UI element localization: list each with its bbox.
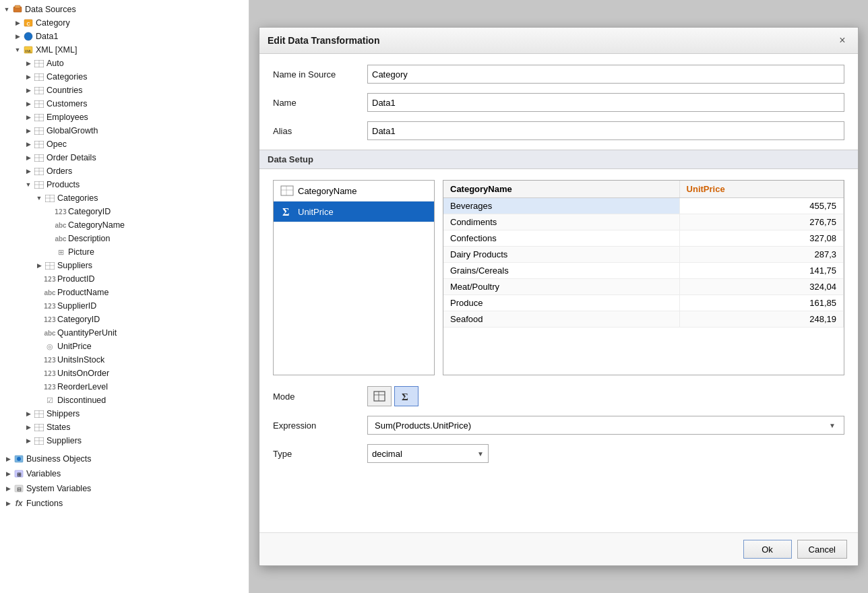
tree-label-description-field: Description xyxy=(68,234,111,243)
tree-item-shippers[interactable]: ▶ Shippers xyxy=(0,407,249,420)
table-row[interactable]: Meat/Poultry324,04 xyxy=(443,279,844,295)
expression-row: Expression ▼ xyxy=(273,416,844,435)
table-row[interactable]: Condiments276,75 xyxy=(443,214,844,230)
tree-item-data1[interactable]: ▶ Data1 xyxy=(0,30,249,43)
tree-item-categoryid[interactable]: ▶ 123 CategoryID xyxy=(0,205,249,218)
expand-orders[interactable]: ▶ xyxy=(23,166,34,177)
expand-auto[interactable]: ▶ xyxy=(23,58,34,69)
tree-item-picture-field[interactable]: ▶ ⊞ Picture xyxy=(0,245,249,259)
tree-item-discontinued[interactable]: ▶ ☑ Discontinued xyxy=(0,394,249,407)
tree-item-productid[interactable]: ▶ 123 ProductID xyxy=(0,272,249,286)
alias-input[interactable] xyxy=(367,121,844,140)
tree-item-unitsonorder[interactable]: ▶ 123 UnitsOnOrder xyxy=(0,367,249,380)
tree-item-reorderlevel[interactable]: ▶ 123 ReorderLevel xyxy=(0,380,249,394)
expression-dropdown-button[interactable]: ▼ xyxy=(825,416,840,434)
name-label: Name xyxy=(273,98,367,108)
name-in-source-label: Name in Source xyxy=(273,69,367,80)
tree-item-description-field[interactable]: ▶ abc Description xyxy=(0,232,249,245)
tree-item-categories-sub[interactable]: ▼ Categories xyxy=(0,191,249,205)
expand-employees[interactable]: ▶ xyxy=(23,112,34,123)
tree-item-opec[interactable]: ▶ Opec xyxy=(0,137,249,151)
data-setup-section-header: Data Setup xyxy=(259,150,858,169)
expand-customers[interactable]: ▶ xyxy=(23,98,34,109)
tree-item-xml[interactable]: ▼ XML XML [XML] xyxy=(0,43,249,57)
table-row[interactable]: Produce161,85 xyxy=(443,295,844,311)
dialog-close-button[interactable]: × xyxy=(835,33,850,48)
functions-icon: fx xyxy=(13,498,24,509)
tree-item-quantityperunit[interactable]: ▶ abc QuantityPerUnit xyxy=(0,326,249,340)
expand-order-details[interactable]: ▶ xyxy=(23,152,34,163)
tree-item-unitprice-field[interactable]: ▶ ◎ UnitPrice xyxy=(0,340,249,353)
tree-item-order-details[interactable]: ▶ Order Details xyxy=(0,151,249,164)
table-row[interactable]: Grains/Cereals141,75 xyxy=(443,263,844,279)
tree-item-variables[interactable]: ▶ ⊞ Variables xyxy=(0,466,249,481)
cell-categoryname: Beverages xyxy=(443,198,679,214)
expand-data-sources[interactable]: ▼ xyxy=(1,4,12,15)
system-variables-icon: ⊟ xyxy=(13,483,24,494)
tree-item-auto[interactable]: ▶ Auto xyxy=(0,57,249,70)
tree-item-customers[interactable]: ▶ Customers xyxy=(0,97,249,111)
states-table-icon xyxy=(34,422,44,433)
expand-data1[interactable]: ▶ xyxy=(12,31,23,42)
tree-label-unitsonorder: UnitsOnOrder xyxy=(57,369,109,378)
tree-item-business-objects[interactable]: ▶ Business Objects xyxy=(0,451,249,466)
dialog-title: Edit Data Transformation xyxy=(268,35,379,46)
field-item-unitprice[interactable]: Σ UnitPrice xyxy=(274,201,434,222)
expand-categories[interactable]: ▶ xyxy=(23,71,34,82)
tree-item-suppliers-sub[interactable]: ▶ Suppliers xyxy=(0,259,249,272)
expression-input[interactable] xyxy=(372,420,825,431)
name-input[interactable] xyxy=(367,93,844,112)
tree-item-category[interactable]: ▶ C Category xyxy=(0,16,249,30)
cell-categoryname: Meat/Poultry xyxy=(443,279,679,295)
name-in-source-input[interactable] xyxy=(367,65,844,84)
table-row[interactable]: Seafood248,19 xyxy=(443,311,844,327)
mode-sigma-button[interactable]: Σ xyxy=(394,386,418,406)
quantityperunit-icon: abc xyxy=(44,327,55,338)
tree-label-suppliers-sub: Suppliers xyxy=(57,261,92,270)
tree-item-globalgrowth[interactable]: ▶ GlobalGrowth xyxy=(0,124,249,137)
table-row[interactable]: Beverages455,75 xyxy=(443,198,844,214)
field-item-categoryname[interactable]: CategoryName xyxy=(274,181,434,201)
tree-item-countries[interactable]: ▶ Countries xyxy=(0,84,249,97)
expand-states[interactable]: ▶ xyxy=(23,422,34,433)
tree-item-functions[interactable]: ▶ fx Functions xyxy=(0,496,249,511)
tree-item-categoryname-field[interactable]: ▶ abc CategoryName xyxy=(0,218,249,232)
expand-countries[interactable]: ▶ xyxy=(23,85,34,96)
expand-globalgrowth[interactable]: ▶ xyxy=(23,125,34,136)
svg-point-53 xyxy=(17,457,21,461)
mode-table-button[interactable] xyxy=(367,386,392,406)
table-row[interactable]: Confections327,08 xyxy=(443,230,844,247)
expand-category[interactable]: ▶ xyxy=(12,18,23,28)
tree-item-unitsinstock[interactable]: ▶ 123 UnitsInStock xyxy=(0,353,249,367)
expand-products[interactable]: ▼ xyxy=(23,179,34,190)
tree-item-orders[interactable]: ▶ Orders xyxy=(0,164,249,178)
tree-item-suppliers-top[interactable]: ▶ Suppliers xyxy=(0,434,249,447)
tree-label-categoryid2: CategoryID xyxy=(57,315,100,324)
tree-item-data-sources[interactable]: ▼ Data Sources xyxy=(0,3,249,16)
productname-icon: abc xyxy=(44,287,55,298)
categoryname-field-icon: abc xyxy=(55,220,66,230)
cancel-button[interactable]: Cancel xyxy=(797,540,847,559)
tree-item-products[interactable]: ▼ Products xyxy=(0,178,249,191)
expand-opec[interactable]: ▶ xyxy=(23,139,34,150)
expand-suppliers-sub[interactable]: ▶ xyxy=(34,260,44,271)
table-row[interactable]: Dairy Products287,3 xyxy=(443,247,844,263)
type-select[interactable]: decimal ▼ xyxy=(367,444,489,463)
categoryid2-icon: 123 xyxy=(44,314,55,325)
ok-button[interactable]: Ok xyxy=(743,540,792,559)
tree-item-categories[interactable]: ▶ Categories xyxy=(0,70,249,84)
tree-item-system-variables[interactable]: ▶ ⊟ System Variables xyxy=(0,481,249,496)
expand-shippers[interactable]: ▶ xyxy=(23,408,34,419)
svg-text:XML: XML xyxy=(25,49,32,53)
cell-unitprice: 324,04 xyxy=(679,279,843,295)
tree-item-productname[interactable]: ▶ abc ProductName xyxy=(0,286,249,299)
auto-table-icon xyxy=(34,58,44,69)
tree-label-shippers: Shippers xyxy=(46,409,80,418)
expand-xml[interactable]: ▼ xyxy=(12,44,23,55)
tree-item-categoryid2[interactable]: ▶ 123 CategoryID xyxy=(0,313,249,326)
expand-categories-sub[interactable]: ▼ xyxy=(34,193,44,204)
expand-suppliers-top[interactable]: ▶ xyxy=(23,435,34,446)
tree-item-supplierid[interactable]: ▶ 123 SupplierID xyxy=(0,299,249,313)
tree-item-states[interactable]: ▶ States xyxy=(0,420,249,434)
tree-item-employees[interactable]: ▶ Employees xyxy=(0,111,249,124)
